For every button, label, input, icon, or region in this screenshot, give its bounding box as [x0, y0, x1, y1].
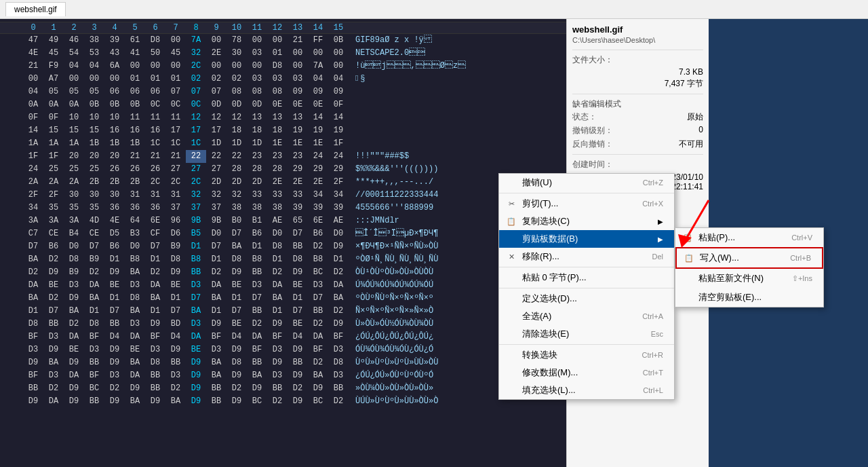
- hex-cell[interactable]: 26: [125, 163, 145, 176]
- hex-cell[interactable]: DA: [206, 279, 226, 292]
- hex-cell[interactable]: BB: [267, 382, 288, 395]
- hex-cell[interactable]: 36: [104, 202, 125, 214]
- hex-cell[interactable]: 7A: [186, 34, 206, 47]
- hex-cell[interactable]: 10: [64, 111, 84, 124]
- hex-cell[interactable]: 11: [145, 111, 165, 124]
- hex-cell[interactable]: 00: [308, 47, 328, 60]
- hex-cell[interactable]: D7: [23, 240, 43, 253]
- hex-cell[interactable]: 33: [247, 189, 267, 202]
- hex-cell[interactable]: D9: [267, 318, 288, 331]
- hex-cell[interactable]: D2: [104, 382, 125, 395]
- hex-cell[interactable]: 26: [104, 163, 125, 176]
- hex-cell[interactable]: 47: [23, 34, 43, 47]
- hex-cell[interactable]: D3: [64, 279, 84, 292]
- hex-row[interactable]: D3D9BED3D9BED3D9BED3D9BFD3D9BFD3ÓÙ¾ÓÙ¾ÓÙ…: [0, 343, 566, 356]
- hex-cell[interactable]: 24: [328, 150, 349, 163]
- hex-cell[interactable]: BB: [145, 369, 165, 382]
- hex-cell[interactable]: 0E: [288, 98, 308, 111]
- hex-cell[interactable]: 00: [288, 47, 308, 60]
- hex-cell[interactable]: 0C: [186, 98, 206, 111]
- hex-cell[interactable]: 32: [206, 189, 226, 202]
- hex-cell[interactable]: 35: [43, 202, 64, 214]
- hex-cell[interactable]: D8: [288, 253, 308, 266]
- hex-cell[interactable]: 2F: [23, 189, 43, 202]
- hex-cell[interactable]: 0A: [64, 98, 84, 111]
- hex-cell[interactable]: D2: [206, 266, 226, 279]
- hex-cell[interactable]: 1C: [186, 137, 206, 150]
- hex-cell[interactable]: 6E: [145, 214, 165, 227]
- hex-cell[interactable]: BE: [125, 343, 145, 356]
- hex-cell[interactable]: BC: [308, 395, 328, 408]
- hex-cell[interactable]: BA: [267, 292, 288, 305]
- submenu-item-paste-new[interactable]: 粘贴至新文件(N)⇧+Ins: [675, 269, 823, 288]
- hex-cell[interactable]: 04: [84, 60, 104, 73]
- hex-cell[interactable]: D9: [104, 395, 125, 408]
- hex-cell[interactable]: 65: [288, 214, 308, 227]
- hex-cell[interactable]: DA: [64, 331, 84, 343]
- hex-cell[interactable]: D9: [64, 382, 84, 395]
- hex-cell[interactable]: 36: [125, 202, 145, 214]
- hex-cell[interactable]: 2E: [267, 176, 288, 189]
- hex-cell[interactable]: 17: [165, 124, 186, 137]
- hex-cell[interactable]: BA: [23, 292, 43, 305]
- hex-cell[interactable]: BB: [247, 356, 267, 369]
- hex-cell[interactable]: D3: [43, 331, 64, 343]
- hex-cell[interactable]: 31: [165, 189, 186, 202]
- hex-cell[interactable]: BF: [247, 343, 267, 356]
- hex-cell[interactable]: 61: [125, 34, 145, 47]
- hex-row[interactable]: 0A0A0A0B0B0B0C0C0C0D0D0D0E0E0E0F: [0, 98, 566, 111]
- hex-cell[interactable]: 12: [206, 111, 226, 124]
- hex-cell[interactable]: AE: [267, 214, 288, 227]
- hex-row[interactable]: D2D9B9D2D9BAD2D9BBD2D9BBD2D9BCD2ÒÙ¹ÒÙºÒÙ…: [0, 266, 566, 279]
- hex-cell[interactable]: BC: [308, 266, 328, 279]
- hex-row[interactable]: 0F0F1010101111111212121313131414: [0, 111, 566, 124]
- hex-cell[interactable]: 2D: [247, 176, 267, 189]
- hex-cell[interactable]: BB: [84, 356, 104, 369]
- hex-cell[interactable]: BA: [125, 395, 145, 408]
- hex-cell[interactable]: 0C: [165, 98, 186, 111]
- hex-cell[interactable]: BB: [84, 395, 104, 408]
- hex-cell[interactable]: 1E: [288, 137, 308, 150]
- hex-cell[interactable]: BB: [206, 395, 226, 408]
- hex-cell[interactable]: 28: [267, 163, 288, 176]
- hex-cell[interactable]: 03: [247, 47, 267, 60]
- hex-cell[interactable]: 07: [165, 86, 186, 98]
- hex-cell[interactable]: 1D: [226, 137, 247, 150]
- hex-cell[interactable]: 33: [288, 189, 308, 202]
- hex-cell[interactable]: D2: [308, 318, 328, 331]
- hex-cell[interactable]: D1: [247, 240, 267, 253]
- hex-cell[interactable]: 6E: [308, 214, 328, 227]
- hex-cell[interactable]: 2A: [23, 176, 43, 189]
- hex-cell[interactable]: D4: [288, 331, 308, 343]
- hex-cell[interactable]: 00: [328, 60, 349, 73]
- hex-cell[interactable]: 49: [43, 34, 64, 47]
- hex-cell[interactable]: D9: [145, 395, 165, 408]
- hex-cell[interactable]: B6: [308, 227, 328, 240]
- menu-item-paste-data[interactable]: 剪贴板数据(B)▶: [499, 230, 674, 248]
- hex-cell[interactable]: BA: [328, 292, 349, 305]
- hex-cell[interactable]: BA: [206, 356, 226, 369]
- hex-cell[interactable]: 02: [226, 73, 247, 86]
- menu-item-modify-data[interactable]: 修改数据(M)...Ctrl+T: [499, 364, 674, 381]
- hex-cell[interactable]: 2A: [64, 176, 84, 189]
- hex-cell[interactable]: D9: [64, 356, 84, 369]
- hex-cell[interactable]: 1B: [84, 137, 104, 150]
- hex-cell[interactable]: BA: [145, 292, 165, 305]
- hex-cell[interactable]: 00: [267, 34, 288, 47]
- hex-cell[interactable]: 21: [145, 150, 165, 163]
- hex-cell[interactable]: D7: [247, 292, 267, 305]
- hex-cell[interactable]: 34: [328, 189, 349, 202]
- hex-cell[interactable]: 21: [125, 150, 145, 163]
- hex-cell[interactable]: B4: [64, 227, 84, 240]
- hex-cell[interactable]: DA: [125, 331, 145, 343]
- hex-cell[interactable]: 00: [84, 73, 104, 86]
- hex-cell[interactable]: 15: [84, 124, 104, 137]
- hex-cell[interactable]: D8: [23, 318, 43, 331]
- hex-cell[interactable]: D9: [64, 395, 84, 408]
- hex-row[interactable]: D1D7BAD1D7BAD1D7BAD1D7BBD1D7BBD2Ñ×ºÑ×ºÑ×…: [0, 305, 566, 318]
- hex-cell[interactable]: D9: [186, 382, 206, 395]
- hex-cell[interactable]: 39: [288, 202, 308, 214]
- hex-cell[interactable]: BA: [23, 253, 43, 266]
- hex-cell[interactable]: D3: [23, 343, 43, 356]
- hex-cell[interactable]: 0B: [84, 98, 104, 111]
